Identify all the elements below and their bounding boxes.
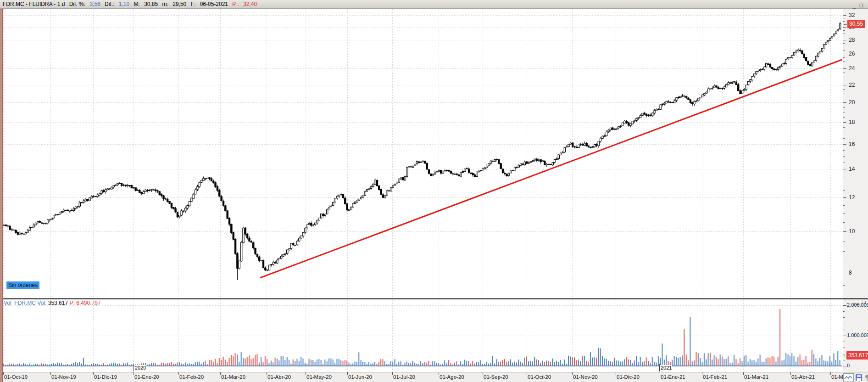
last-volume-tag: 353.617 bbox=[846, 351, 868, 360]
chart-canvas[interactable] bbox=[0, 0, 868, 382]
last-price-tag: 30,55 bbox=[847, 20, 865, 28]
line-chart-tool-button[interactable] bbox=[843, 373, 854, 382]
year-label: 2020 bbox=[134, 365, 146, 371]
volume-pane-minimize-icon[interactable]: ▁ ❒ bbox=[856, 300, 867, 305]
save-tool-button[interactable] bbox=[855, 374, 862, 381]
trend-line bbox=[261, 60, 842, 278]
zigzag-icon bbox=[844, 375, 852, 380]
pin-tool-button[interactable] bbox=[864, 374, 868, 381]
pushpin-icon bbox=[864, 374, 868, 381]
gridlines bbox=[3, 9, 842, 371]
axis-ticks bbox=[843, 16, 846, 366]
volume-p-value: 6.490.797 bbox=[76, 300, 100, 306]
volume-label: Vol: bbox=[37, 300, 46, 306]
volume-p-label: P: bbox=[69, 300, 74, 306]
volume-series bbox=[3, 309, 840, 366]
year-label: 2021 bbox=[660, 365, 672, 371]
candlestick-series bbox=[3, 22, 841, 280]
floppy-disk-icon bbox=[855, 374, 862, 381]
volume-header: Vol_FDR.MC Vol: 353.617 P: 6.490.797 bbox=[4, 300, 101, 306]
no-orders-badge: Sin órdenes bbox=[6, 281, 39, 289]
volume-series-name: Vol_FDR.MC bbox=[4, 300, 36, 306]
bottom-toolbar bbox=[843, 373, 868, 382]
volume-value: 353.617 bbox=[48, 300, 68, 306]
month-ticks bbox=[4, 372, 831, 375]
